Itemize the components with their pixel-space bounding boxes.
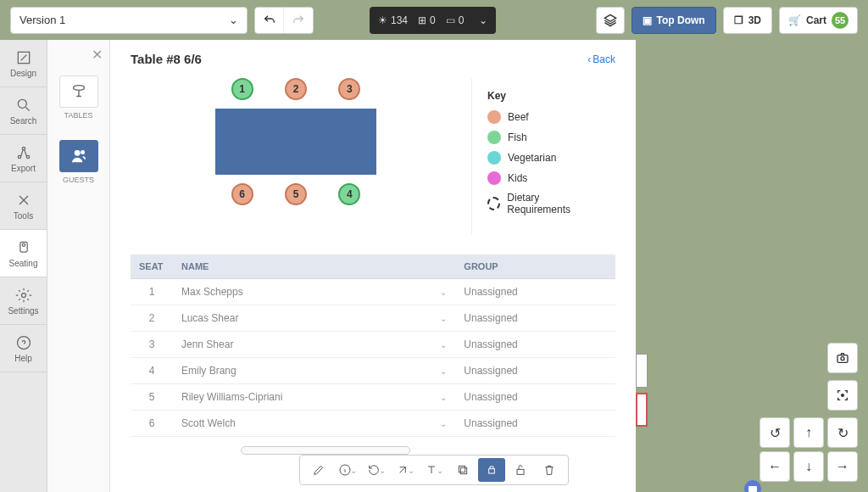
fullscreen-button[interactable]	[827, 380, 858, 411]
seating-subrail: ✕ TABLES GUESTS	[47, 40, 110, 492]
main-area: Design Search Export Tools Seating Setti…	[0, 40, 868, 492]
cell-name[interactable]: Emily Brang⌄	[173, 358, 455, 384]
canvas-status-toolbar: ☀ 134 ⊞ 0 ▭ 0 ⌄	[370, 7, 496, 34]
rotate-right-button[interactable]: ↻	[827, 417, 858, 448]
rail-settings[interactable]: Settings	[0, 277, 47, 325]
seat[interactable]: 3	[338, 78, 360, 100]
sun-icon: ☀	[378, 14, 387, 26]
cell-seat: 1	[131, 279, 173, 305]
back-link[interactable]: ‹ Back	[587, 53, 615, 65]
version-select[interactable]: Version 1 ⌄	[10, 7, 248, 34]
svg-rect-13	[460, 467, 466, 473]
rail-tools[interactable]: Tools	[0, 182, 47, 230]
canvas-object[interactable]	[636, 354, 648, 388]
edit-button[interactable]	[305, 458, 332, 482]
cell-seat: 4	[131, 358, 173, 384]
topdown-icon: ▣	[643, 14, 652, 26]
delete-button[interactable]	[536, 458, 563, 482]
svg-rect-15	[489, 469, 495, 473]
cell-group: Unassigned	[455, 411, 615, 437]
svg-point-19	[842, 394, 844, 397]
cell-group: Unassigned	[455, 332, 615, 358]
table-row[interactable]: 6Scott Welch⌄Unassigned	[131, 411, 615, 437]
rail-search[interactable]: Search	[0, 87, 47, 135]
col-seat[interactable]: SEAT	[131, 254, 173, 279]
undo-redo-group	[254, 7, 314, 34]
layers-button[interactable]	[596, 7, 625, 34]
cart-button[interactable]: 🛒 Cart 55	[779, 7, 858, 34]
nav-up-button[interactable]: ↑	[793, 417, 824, 448]
chevron-down-icon[interactable]: ⌄	[479, 14, 487, 26]
swatch-veg	[487, 151, 501, 165]
grid-count[interactable]: ⊞ 0	[418, 14, 436, 26]
rail-help[interactable]: Help	[0, 325, 47, 372]
light-count[interactable]: ☀ 134	[378, 14, 408, 26]
topbar: Version 1 ⌄ ☀ 134 ⊞ 0 ▭ 0 ⌄ ▣ Top Down ❒…	[0, 0, 868, 40]
table-row[interactable]: 5Riley Williams-Cipriani⌄Unassigned	[131, 384, 615, 411]
seat[interactable]: 4	[338, 183, 360, 205]
rail-export[interactable]: Export	[0, 135, 47, 182]
cell-name[interactable]: Riley Williams-Cipriani⌄	[173, 384, 455, 411]
swatch-kids	[487, 171, 501, 185]
lock-button[interactable]	[507, 458, 534, 482]
undo-button[interactable]	[255, 8, 284, 33]
seating-panel: Table #8 6/6 ‹ Back 123 654 Key Beef Fis…	[110, 40, 636, 492]
table-row[interactable]: 1Max Schepps⌄Unassigned	[131, 279, 615, 305]
chevron-down-icon: ⌄	[440, 419, 447, 428]
cell-name[interactable]: Lucas Shear⌄	[173, 305, 455, 332]
cube-icon: ❒	[734, 14, 743, 26]
view-controls: ↺ ↑ ↻ ← ↓ →	[760, 343, 858, 482]
top-down-button[interactable]: ▣ Top Down	[632, 7, 716, 34]
cell-seat: 3	[131, 332, 173, 358]
subrail-guests[interactable]: GUESTS	[54, 133, 103, 191]
table-row[interactable]: 4Emily Brang⌄Unassigned	[131, 358, 615, 384]
chevron-down-icon: ⌄	[440, 366, 447, 376]
rail-design[interactable]: Design	[0, 40, 47, 87]
svg-rect-16	[517, 469, 524, 474]
legend-vegetarian: Vegetarian	[487, 151, 600, 165]
cell-seat: 5	[131, 384, 173, 411]
cell-name[interactable]: Max Schepps⌄	[173, 279, 455, 305]
svg-point-18	[841, 357, 844, 361]
table-shape[interactable]: 123 654	[215, 109, 376, 175]
seat[interactable]: 6	[231, 183, 253, 205]
screen-count[interactable]: ▭ 0	[446, 14, 465, 26]
rotate-button[interactable]: ⌄	[363, 458, 390, 482]
rail-seating[interactable]: Seating	[0, 230, 47, 277]
col-name[interactable]: NAME	[173, 254, 455, 279]
cell-group: Unassigned	[455, 305, 615, 332]
redo-button[interactable]	[284, 8, 313, 33]
nav-right-button[interactable]: →	[827, 451, 858, 482]
3d-button[interactable]: ❒ 3D	[723, 7, 772, 34]
table-row[interactable]: 2Lucas Shear⌄Unassigned	[131, 305, 615, 332]
svg-rect-14	[459, 466, 465, 472]
cell-group: Unassigned	[455, 384, 615, 411]
rotate-left-button[interactable]: ↺	[760, 417, 790, 448]
cell-name[interactable]: Jenn Shear⌄	[173, 332, 455, 358]
swatch-dietary	[487, 197, 500, 210]
guest-table: SEAT NAME GROUP 1Max Schepps⌄Unassigned2…	[131, 254, 615, 437]
close-icon[interactable]: ✕	[92, 47, 103, 63]
legend-beef: Beef	[487, 110, 600, 124]
svg-point-7	[21, 293, 25, 297]
canvas-object-selected[interactable]	[636, 393, 648, 427]
text-button[interactable]: ⌄	[420, 458, 448, 482]
swatch-beef	[487, 110, 501, 124]
cell-name[interactable]: Scott Welch⌄	[173, 411, 455, 437]
nav-down-button[interactable]: ↓	[793, 451, 824, 482]
duplicate-button[interactable]	[449, 458, 476, 482]
horizontal-scrollbar[interactable]	[241, 446, 410, 455]
nav-left-button[interactable]: ←	[760, 451, 790, 482]
seat-button[interactable]	[478, 458, 505, 482]
subrail-tables[interactable]: TABLES	[54, 69, 103, 126]
col-group[interactable]: GROUP	[455, 254, 615, 279]
seat[interactable]: 1	[231, 78, 253, 100]
seat[interactable]: 5	[285, 183, 307, 205]
info-button[interactable]: ⌄	[334, 458, 361, 482]
camera-button[interactable]	[827, 343, 858, 373]
resize-button[interactable]: ⌄	[392, 458, 419, 482]
seat[interactable]: 2	[285, 78, 307, 100]
3d-label: 3D	[748, 14, 761, 26]
table-row[interactable]: 3Jenn Shear⌄Unassigned	[131, 332, 615, 358]
record-button[interactable]	[744, 480, 761, 492]
